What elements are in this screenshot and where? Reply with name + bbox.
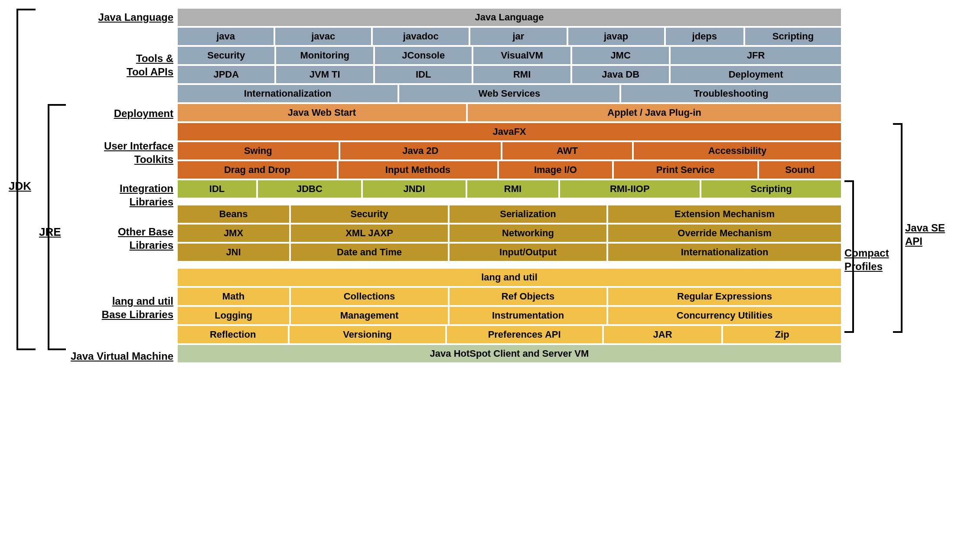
- row-ui-3: Drag and Drop Input Methods Image I/O Pr…: [178, 161, 841, 179]
- row-lang-2: Math Collections Ref Objects Regular Exp…: [178, 288, 841, 305]
- cell-security-tool: Security: [178, 47, 274, 64]
- cell-extension-mechanism: Extension Mechanism: [608, 205, 841, 223]
- cell-accessibility: Accessibility: [634, 142, 841, 160]
- cell-zip: Zip: [723, 326, 841, 343]
- cell-dragdrop: Drag and Drop: [178, 161, 337, 179]
- cell-lang-util: lang and util: [178, 269, 841, 286]
- row-tools-4: Internationalization Web Services Troubl…: [178, 85, 841, 102]
- cell-webservices: Web Services: [399, 85, 619, 102]
- cell-reflection: Reflection: [178, 326, 288, 343]
- cell-versioning: Versioning: [290, 326, 445, 343]
- cell-print-service: Print Service: [614, 161, 757, 179]
- label-deployment: Deployment: [69, 104, 178, 123]
- cell-java-language: Java Language: [178, 9, 841, 26]
- cell-java-web-start: Java Web Start: [178, 104, 466, 121]
- row-ui-2: Swing Java 2D AWT Accessibility: [178, 142, 841, 160]
- content-grid: Java Language java javac javadoc jar jav…: [178, 9, 841, 366]
- row-deployment: Java Web Start Applet / Java Plug-in: [178, 104, 841, 121]
- cell-troubleshooting: Troubleshooting: [621, 85, 841, 102]
- cell-logging: Logging: [178, 307, 289, 324]
- cell-jdeps: jdeps: [666, 28, 743, 45]
- cell-java2d: Java 2D: [340, 142, 501, 160]
- cell-xml-jaxp: XML JAXP: [291, 225, 448, 242]
- java-platform-diagram: JDK JRE Java Language Tools &Tool APIs D…: [9, 9, 949, 366]
- cell-javadoc: javadoc: [373, 28, 469, 45]
- cell-awt: AWT: [502, 142, 632, 160]
- cell-javap: javap: [568, 28, 664, 45]
- row-lang-4: Reflection Versioning Preferences API JA…: [178, 326, 841, 343]
- row-java-language: Java Language: [178, 9, 841, 26]
- label-jvm: Java Virtual Machine: [69, 347, 178, 366]
- spacer: [178, 263, 841, 267]
- row-lang-1: lang and util: [178, 269, 841, 286]
- cell-math: Math: [178, 288, 289, 305]
- cell-hotspot: Java HotSpot Client and Server VM: [178, 345, 841, 362]
- cell-override-mechanism: Override Mechanism: [608, 225, 841, 242]
- label-compact-profiles: CompactProfiles: [844, 246, 892, 273]
- cell-visualvm: VisualVM: [473, 47, 570, 64]
- cell-rmi-tool: RMI: [473, 66, 570, 83]
- cell-javafx: JavaFX: [178, 123, 841, 140]
- cell-jmx: JMX: [178, 225, 289, 242]
- cell-imageio: Image I/O: [499, 161, 612, 179]
- cell-javadb: Java DB: [572, 66, 669, 83]
- label-other-base: Other BaseLibraries: [69, 208, 178, 269]
- cell-jconsole: JConsole: [375, 47, 472, 64]
- label-java-language: Java Language: [69, 9, 178, 26]
- cell-networking: Networking: [450, 225, 606, 242]
- cell-jar: jar: [470, 28, 566, 45]
- cell-concurrency: Concurrency Utilities: [608, 307, 841, 324]
- spacer: [178, 199, 841, 204]
- cell-jni: JNI: [178, 244, 289, 261]
- cell-beans: Beans: [178, 205, 289, 223]
- label-tools-apis: Tools &Tool APIs: [69, 26, 178, 104]
- cell-regex: Regular Expressions: [608, 288, 841, 305]
- cell-idl-tool: IDL: [375, 66, 472, 83]
- cell-jmc: JMC: [572, 47, 669, 64]
- cell-applet-plugin: Applet / Java Plug-in: [468, 104, 841, 121]
- label-javase-api: Java SEAPI: [905, 221, 948, 248]
- label-lang-util: lang and utilBase Libraries: [69, 269, 178, 347]
- cell-rmi: RMI: [467, 180, 558, 198]
- bracket-label-jre: JRE: [39, 225, 61, 239]
- cell-jndi: JNDI: [363, 180, 466, 198]
- section-labels-column: Java Language Tools &Tool APIs Deploymen…: [69, 9, 178, 366]
- row-ui-1: JavaFX: [178, 123, 841, 140]
- cell-rmi-iiop: RMI-IIOP: [560, 180, 700, 198]
- cell-ref-objects: Ref Objects: [450, 288, 606, 305]
- cell-jvmti: JVM TI: [276, 66, 373, 83]
- cell-javac: javac: [275, 28, 371, 45]
- row-lang-3: Logging Management Instrumentation Concu…: [178, 307, 841, 324]
- cell-scripting-int: Scripting: [701, 180, 841, 198]
- cell-instrumentation: Instrumentation: [450, 307, 606, 324]
- cell-idl: IDL: [178, 180, 256, 198]
- row-integration: IDL JDBC JNDI RMI RMI-IIOP Scripting: [178, 180, 841, 198]
- bracket-label-jdk: JDK: [9, 179, 31, 193]
- label-ui-toolkits: User InterfaceToolkits: [69, 123, 178, 182]
- row-other-1: Beans Security Serialization Extension M…: [178, 205, 841, 223]
- bracket-javase-api: [893, 123, 903, 333]
- row-tools-2: Security Monitoring JConsole VisualVM JM…: [178, 47, 841, 64]
- cell-jfr: JFR: [671, 47, 841, 64]
- cell-deployment-tool: Deployment: [671, 66, 841, 83]
- right-brackets: CompactProfiles Java SEAPI: [841, 9, 949, 366]
- cell-security-base: Security: [291, 205, 448, 223]
- cell-collections: Collections: [291, 288, 448, 305]
- cell-i18n-base: Internationalization: [608, 244, 841, 261]
- cell-serialization: Serialization: [450, 205, 606, 223]
- cell-input-methods: Input Methods: [339, 161, 498, 179]
- cell-scripting: Scripting: [745, 28, 841, 45]
- cell-jar-lang: JAR: [604, 326, 722, 343]
- cell-java: java: [178, 28, 274, 45]
- cell-jdbc: JDBC: [258, 180, 361, 198]
- row-tools-1: java javac javadoc jar javap jdeps Scrip…: [178, 28, 841, 45]
- cell-swing: Swing: [178, 142, 339, 160]
- row-jvm: Java HotSpot Client and Server VM: [178, 345, 841, 362]
- cell-management: Management: [291, 307, 448, 324]
- row-other-3: JNI Date and Time Input/Output Internati…: [178, 244, 841, 261]
- row-tools-3: JPDA JVM TI IDL RMI Java DB Deployment: [178, 66, 841, 83]
- cell-jpda: JPDA: [178, 66, 274, 83]
- cell-monitoring: Monitoring: [276, 47, 373, 64]
- cell-sound: Sound: [759, 161, 841, 179]
- label-integration: IntegrationLibraries: [69, 182, 178, 208]
